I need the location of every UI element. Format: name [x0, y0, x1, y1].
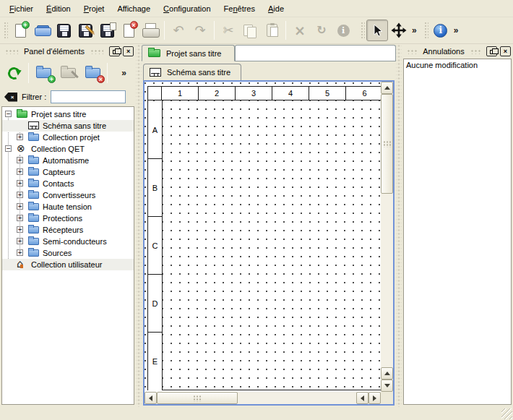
vertical-scrollbar[interactable]	[381, 82, 393, 392]
rotate-button[interactable]: ↻	[311, 20, 332, 41]
tree-expander-plus-icon[interactable]: +	[17, 180, 23, 187]
scroll-down-button[interactable]	[381, 380, 393, 392]
cut-button[interactable]: ✂	[217, 20, 239, 41]
cross-badge-icon: ×	[130, 21, 138, 29]
mini-page-icon	[110, 22, 116, 30]
toolbar-overflow-button[interactable]: »	[452, 25, 461, 35]
right-splitter[interactable]	[396, 44, 402, 407]
resize-grip-icon[interactable]	[501, 408, 512, 419]
scroll-up-button[interactable]	[381, 367, 393, 380]
left-splitter[interactable]	[136, 44, 142, 407]
tree-item[interactable]: +Automatisme	[2, 155, 134, 166]
tree-item[interactable]: +Convertisseurs	[2, 189, 134, 201]
dock-float-button[interactable]	[109, 46, 120, 56]
tree-expander-plus-icon[interactable]: +	[17, 192, 23, 198]
project-view: Projet sans titre Schéma sans titre 1234…	[142, 44, 396, 407]
project-folder-icon	[148, 49, 160, 57]
scroll-left-button[interactable]	[356, 392, 368, 404]
undo-button[interactable]: ↶	[168, 20, 189, 41]
scroll-right-button[interactable]	[368, 392, 381, 404]
toolbar-drag-handle[interactable]	[360, 21, 365, 40]
close-document-button[interactable]: ×	[118, 20, 139, 41]
redo-button[interactable]: ↷	[189, 20, 211, 41]
cross-badge-icon: ×	[97, 75, 105, 83]
tree-expander-plus-icon[interactable]: +	[17, 134, 23, 140]
menu-item-1[interactable]: Édition	[40, 2, 77, 15]
tree-expander-minus-icon[interactable]: −	[5, 145, 12, 152]
toolbar-drag-handle[interactable]	[423, 21, 428, 40]
horizontal-scrollbar[interactable]	[145, 392, 381, 404]
menu-item-2[interactable]: Projet	[77, 2, 111, 15]
new-category-button[interactable]: +	[31, 61, 56, 85]
tree-expander-plus-icon[interactable]: +	[17, 249, 23, 256]
edit-category-button[interactable]	[56, 61, 80, 85]
cursor-arrow-icon	[371, 24, 384, 37]
elements-tree: −Projet sans titreSchéma sans titre+Coll…	[1, 106, 134, 405]
tree-expander-minus-icon[interactable]: −	[5, 111, 12, 117]
dock-close-button[interactable]: ×	[500, 46, 511, 56]
float-icon	[490, 50, 495, 54]
menu-item-0[interactable]: Fichier	[3, 2, 40, 15]
tree-item[interactable]: +Protections	[2, 213, 134, 224]
paste-button[interactable]	[261, 20, 283, 41]
toolbar-separator	[107, 63, 108, 83]
tree-expander-plus-icon[interactable]: +	[17, 215, 23, 221]
menu-item-6[interactable]: Aide	[262, 2, 290, 15]
save-button[interactable]	[53, 20, 74, 41]
tree-item[interactable]: +Contacts	[2, 178, 134, 189]
open-button[interactable]	[31, 20, 53, 41]
move-tool-button[interactable]	[388, 20, 410, 41]
diagram-canvas[interactable]: 123456 ABCDE	[143, 80, 395, 406]
new-document-button[interactable]: +	[9, 20, 31, 41]
tree-expander-plus-icon[interactable]: +	[17, 203, 23, 210]
menu-item-3[interactable]: Affichage	[111, 2, 157, 15]
vertical-scroll-thumb[interactable]	[381, 94, 393, 194]
about-button[interactable]: i	[430, 20, 452, 41]
dock-close-button[interactable]: ×	[123, 46, 134, 56]
info-button[interactable]: i	[332, 20, 354, 41]
menu-item-4[interactable]: Configuration	[157, 2, 217, 15]
tree-item[interactable]: +Collection projet	[2, 132, 134, 143]
tab-projet-sans-titre[interactable]: Projet sans titre	[142, 45, 235, 61]
clear-filter-icon[interactable]: ×	[4, 93, 17, 102]
print-button[interactable]	[139, 20, 161, 41]
tree-item[interactable]: +Récepteurs	[2, 224, 134, 236]
tree-item[interactable]: −Projet sans titre	[2, 108, 134, 120]
toolbar-overflow-button[interactable]: »	[410, 25, 419, 35]
copy-button[interactable]	[239, 20, 261, 41]
delete-button[interactable]: ×	[289, 20, 311, 41]
horizontal-scroll-thumb[interactable]	[157, 392, 238, 404]
undo-history-item[interactable]: Aucune modification	[404, 59, 511, 71]
tree-item[interactable]: +Semi-conducteurs	[2, 236, 134, 247]
tree-item[interactable]: ⌂Collection utilisateur	[2, 259, 134, 270]
scroll-up-button[interactable]	[381, 82, 393, 94]
panel-overflow-button[interactable]: »	[119, 68, 129, 78]
dock-grip	[470, 49, 480, 54]
dock-float-button[interactable]	[486, 46, 497, 56]
tree-expander-plus-icon[interactable]: +	[17, 157, 23, 163]
toolbar-separator	[164, 21, 165, 40]
filter-input[interactable]	[51, 90, 126, 103]
tree-item[interactable]: Schéma sans titre	[2, 120, 134, 132]
tree-expander-plus-icon[interactable]: +	[17, 168, 23, 175]
workspace: Panel d'éléments × + × »	[0, 44, 513, 407]
tree-expander-plus-icon[interactable]: +	[17, 238, 23, 244]
save-icon	[57, 24, 71, 38]
save-copy-button[interactable]	[96, 20, 118, 41]
dock-grip	[407, 49, 417, 54]
toolbar-drag-handle[interactable]	[3, 21, 8, 40]
frame-row-label: C	[148, 217, 163, 275]
arrow-right-icon	[373, 395, 376, 401]
reload-collections-button[interactable]	[1, 61, 26, 85]
tree-item[interactable]: −⊗Collection QET	[2, 143, 134, 155]
move-arrows-icon	[391, 22, 407, 38]
save-as-button[interactable]	[74, 20, 96, 41]
scroll-left-button[interactable]	[145, 392, 157, 404]
select-tool-button[interactable]	[366, 20, 388, 41]
tree-expander-plus-icon[interactable]: +	[17, 226, 23, 233]
tab-schema-sans-titre[interactable]: Schéma sans titre	[143, 64, 241, 80]
menu-item-5[interactable]: Fenêtres	[217, 2, 262, 15]
tree-item[interactable]: +Haute tension	[2, 201, 134, 213]
delete-category-button[interactable]: ×	[80, 61, 105, 85]
tree-item[interactable]: +Capteurs	[2, 166, 134, 178]
